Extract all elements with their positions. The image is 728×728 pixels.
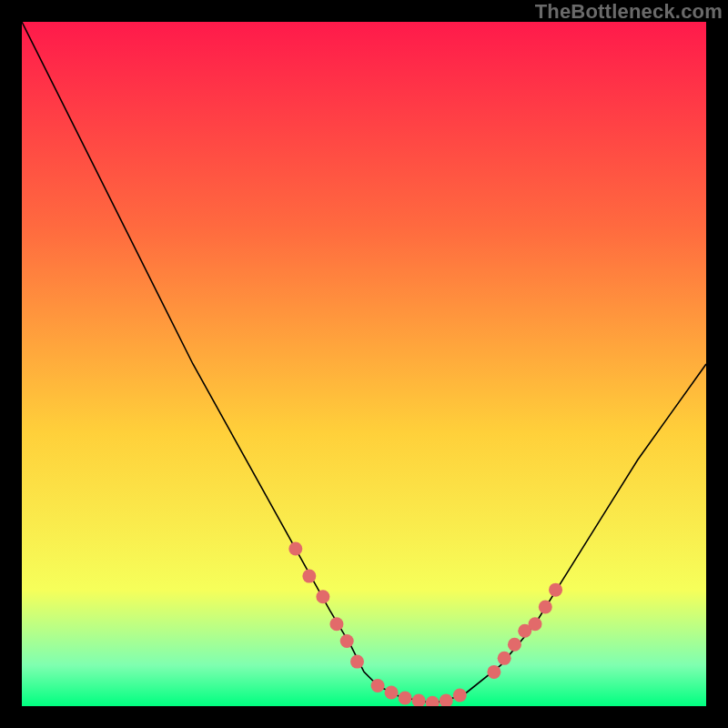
gradient-background <box>22 22 706 706</box>
curve-marker <box>498 652 511 665</box>
curve-marker <box>508 638 521 652</box>
curve-marker <box>453 688 467 702</box>
curve-marker <box>385 685 399 699</box>
bottleneck-chart <box>22 22 706 706</box>
curve-marker <box>487 665 500 679</box>
curve-marker <box>549 583 562 597</box>
curve-marker <box>539 600 552 613</box>
curve-marker <box>399 691 412 704</box>
watermark-text: TheBottleneck.com <box>535 0 723 24</box>
curve-marker <box>288 542 302 556</box>
curve-marker <box>529 617 542 631</box>
plot-area <box>22 22 706 706</box>
chart-frame: TheBottleneck.com <box>0 0 728 728</box>
curve-marker <box>371 679 385 693</box>
curve-marker <box>316 590 329 603</box>
curve-marker <box>350 655 364 669</box>
curve-marker <box>302 570 316 583</box>
curve-marker <box>329 617 343 631</box>
curve-marker <box>340 634 354 648</box>
